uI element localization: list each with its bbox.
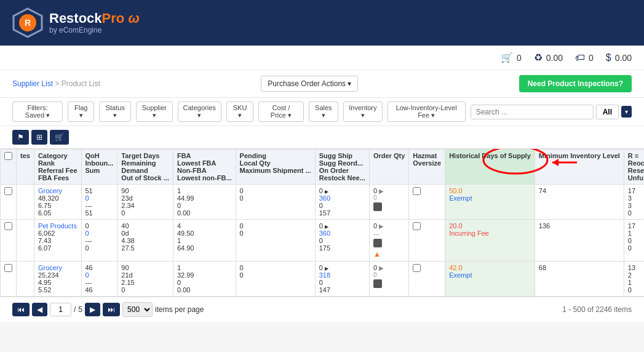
- filter-flag[interactable]: Flag ▾: [68, 102, 95, 122]
- row2-order-qty: 0 ▶ --- ▲: [369, 220, 408, 262]
- row3-min-inv: 68: [535, 262, 624, 297]
- row1-category-link[interactable]: Grocery: [38, 187, 62, 194]
- table-row: Grocery 48,320 6.75 6.05 51 0 --- 51 902…: [1, 185, 645, 220]
- first-page-button[interactable]: ⏮: [12, 303, 30, 316]
- breadcrumb-row: Supplier List > Product List Purchase Or…: [0, 70, 644, 98]
- row2-fba: 449.50164.90: [173, 220, 236, 262]
- row3-qoh-dashes: ---: [85, 279, 92, 286]
- all-button[interactable]: All: [596, 105, 619, 119]
- row1-hazmat-check[interactable]: [413, 187, 421, 195]
- filter-categories[interactable]: Categories ▾: [178, 102, 221, 122]
- filter-cost[interactable]: Cost / Price ▾: [258, 102, 303, 122]
- col-header-category: CategoryRankReferral FeeFBA Fees: [34, 150, 81, 185]
- row3-sugg-arrow: ▶: [325, 266, 328, 271]
- row2-hazmat-check[interactable]: [413, 222, 421, 230]
- row2-sugg: 0 ▶ 360 0 175: [315, 220, 369, 262]
- row2-historical-sub[interactable]: Incurring Fee: [449, 230, 489, 237]
- row2-checkbox[interactable]: [4, 222, 12, 230]
- filter-dropdown-arrow[interactable]: ▾: [621, 106, 632, 118]
- cart-icon: 🛒: [501, 52, 513, 63]
- recycle-icon: ♻: [534, 52, 543, 63]
- row1-sugg-link[interactable]: 360: [319, 194, 330, 202]
- warning-triangle-icon: ▲: [373, 250, 381, 258]
- search-input[interactable]: [471, 105, 594, 119]
- row1-tes: [17, 185, 34, 220]
- row3-target: 9021d2.150: [117, 262, 173, 297]
- row3-historical: 42.0 Exempt: [445, 262, 535, 297]
- stat-tag-value: 0: [589, 53, 594, 63]
- stat-tag: 🏷 0: [575, 52, 594, 63]
- row1-historical-value: 50.0: [449, 187, 462, 194]
- row3-historical-value: 42.0: [449, 264, 462, 271]
- row3-qoh-link[interactable]: 0: [85, 271, 89, 279]
- select-all-checkbox[interactable]: [4, 152, 12, 160]
- row1-qoh-link[interactable]: 0: [85, 194, 89, 202]
- row2-category-link[interactable]: Pet Products: [38, 222, 77, 230]
- row1-qoh-sum: 51: [85, 209, 93, 217]
- row2-sugg-link[interactable]: 360: [319, 230, 330, 237]
- logo-sub: by eComEngine: [49, 26, 140, 34]
- logo: R RestockPro ω by eComEngine: [12, 7, 140, 38]
- row1-pending: 00: [236, 185, 315, 220]
- col-header-pending: PendingLocal QtyMaximum Shipment ...: [236, 150, 315, 185]
- row3-check: [1, 262, 17, 297]
- flag-action-button[interactable]: ⚑: [12, 130, 29, 145]
- row3-rank: 25,234: [38, 271, 59, 279]
- row1-fee1: 6.75: [38, 202, 51, 209]
- row2-qoh-dashes: ---: [85, 237, 92, 244]
- col-header-qoh: QoHInboun...Sum: [81, 150, 117, 185]
- row1-rank: 48,320: [38, 194, 59, 202]
- prev-page-button[interactable]: ◀: [32, 303, 47, 316]
- page-number-input[interactable]: [50, 303, 71, 316]
- row1-qoh-main: 51: [85, 187, 93, 194]
- row2-qoh-sum: 0: [85, 244, 89, 252]
- row2-order-value: 0: [373, 222, 377, 230]
- grid-action-button[interactable]: ⊞: [31, 130, 47, 145]
- row1-sugg: 0 ▶ 360 0 157: [315, 185, 369, 220]
- row1-historical-sub[interactable]: Exempt: [449, 194, 472, 202]
- row1-checkbox[interactable]: [4, 187, 12, 195]
- tag-icon: 🏷: [575, 52, 585, 63]
- inspection-button[interactable]: Need Product Inspections?: [519, 75, 632, 92]
- col-header-fba: FBALowest FBANon-FBALowest non-FB...: [173, 150, 236, 185]
- col-header-check: [1, 150, 17, 185]
- last-page-button[interactable]: ⏭: [103, 303, 120, 316]
- breadcrumb-parent[interactable]: Supplier List: [12, 79, 53, 88]
- filter-sales[interactable]: Sales ▾: [309, 102, 339, 122]
- row3-hazmat-check[interactable]: [413, 264, 421, 272]
- po-actions-button[interactable]: Purchase Order Actions ▾: [261, 76, 358, 92]
- col-header-min-inv: Minimum Inventory Level: [535, 150, 624, 185]
- row3-category-link[interactable]: Grocery: [38, 264, 62, 271]
- historical-header-wrapper: Historical Days of Supply: [449, 152, 531, 159]
- items-per-page-label: items per page: [155, 305, 204, 314]
- row1-qoh: 51 0 --- 51: [81, 185, 117, 220]
- pagination-row: ⏮ ◀ / 5 ▶ ⏭ 500 items per page 1 - 500 o…: [0, 297, 644, 322]
- filter-supplier[interactable]: Supplier ▾: [136, 102, 172, 122]
- filter-inventory[interactable]: Inventory ▾: [343, 102, 383, 122]
- row2-hazmat: [409, 220, 445, 262]
- filter-status[interactable]: Status ▾: [99, 102, 131, 122]
- row3-sugg-link[interactable]: 318: [319, 271, 330, 279]
- row3-checkbox[interactable]: [4, 264, 12, 272]
- row2-sugg-arrow: ▶: [325, 224, 328, 230]
- filter-sku[interactable]: SKU ▾: [226, 102, 254, 122]
- row2-qoh-link[interactable]: 0: [85, 230, 89, 237]
- row3-pending: 00: [236, 262, 315, 297]
- row2-qoh: 0 0 --- 0: [81, 220, 117, 262]
- row2-historical-value: 20.0: [449, 222, 462, 230]
- row1-sugg-arrow: ▶: [325, 189, 328, 194]
- row1-target: 9023d2.340: [117, 185, 173, 220]
- row3-qoh-main: 46: [85, 264, 93, 271]
- table-row: Grocery 25,234 4.95 5.52 46 0 --- 46 902…: [1, 262, 645, 297]
- row2-fee2: 6.07: [38, 244, 51, 252]
- row3-historical-sub[interactable]: Exempt: [449, 271, 472, 279]
- row2-pending: 00: [236, 220, 315, 262]
- filter-low-inventory[interactable]: Low-Inventory-Level Fee ▾: [388, 102, 466, 122]
- next-page-button[interactable]: ▶: [85, 303, 100, 316]
- items-per-page-select[interactable]: 500: [122, 302, 153, 317]
- filter-saved[interactable]: Filters: Saved ▾: [12, 102, 63, 122]
- row3-fee1: 4.95: [38, 279, 51, 286]
- cart-action-button[interactable]: 🛒: [50, 130, 69, 145]
- row3-category: Grocery 25,234 4.95 5.52: [34, 262, 81, 297]
- breadcrumb: Supplier List > Product List: [12, 79, 100, 88]
